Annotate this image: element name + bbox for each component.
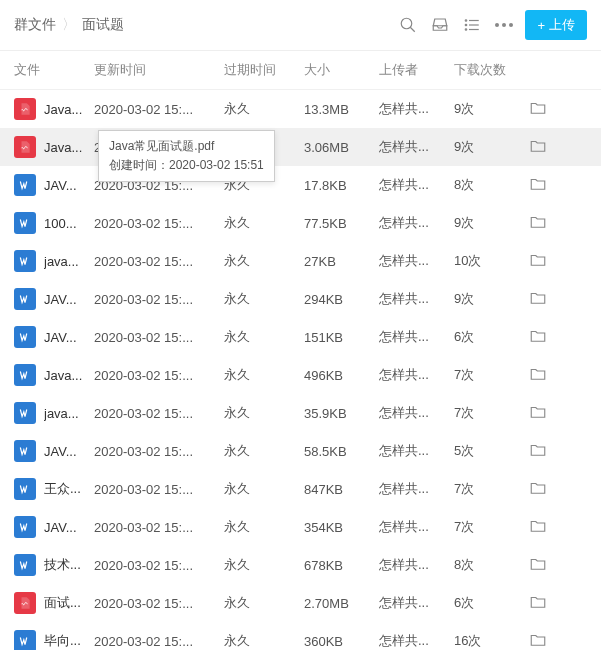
file-name: JAV...	[44, 330, 86, 345]
pdf-icon	[14, 98, 36, 120]
table-row[interactable]: 王众... 2020-03-02 15:... 永久 847KB 怎样共... …	[0, 470, 601, 508]
pdf-icon	[14, 592, 36, 614]
folder-action-icon[interactable]	[529, 555, 559, 576]
folder-action-icon[interactable]	[529, 327, 559, 348]
svg-point-0	[402, 18, 413, 29]
folder-action-icon[interactable]	[529, 631, 559, 651]
table-row[interactable]: 100... 2020-03-02 15:... 永久 77.5KB 怎样共..…	[0, 204, 601, 242]
file-size: 496KB	[304, 368, 379, 383]
word-icon	[14, 212, 36, 234]
word-icon	[14, 402, 36, 424]
table-row[interactable]: JAV... 2020-03-02 15:... 永久 58.5KB 怎样共..…	[0, 432, 601, 470]
col-downloads[interactable]: 下载次数	[454, 61, 529, 79]
inbox-icon[interactable]	[431, 16, 449, 34]
file-size: 151KB	[304, 330, 379, 345]
breadcrumb-root[interactable]: 群文件	[14, 16, 56, 34]
expire-time: 永久	[224, 480, 304, 498]
table-row[interactable]: JAV... 2020-03-02 15:... 永久 151KB 怎样共...…	[0, 318, 601, 356]
file-list[interactable]: Java... 2020-03-02 15:... 永久 13.3MB 怎样共.…	[0, 90, 601, 650]
downloads: 8次	[454, 556, 529, 574]
file-name: 面试...	[44, 594, 86, 612]
updated-time: 2020-03-02 15:...	[94, 292, 224, 307]
downloads: 16次	[454, 632, 529, 650]
file-size: 77.5KB	[304, 216, 379, 231]
word-icon	[14, 478, 36, 500]
search-icon[interactable]	[399, 16, 417, 34]
folder-action-icon[interactable]	[529, 593, 559, 614]
table-row[interactable]: java... 2020-03-02 15:... 永久 27KB 怎样共...…	[0, 242, 601, 280]
file-size: 58.5KB	[304, 444, 379, 459]
folder-action-icon[interactable]	[529, 137, 559, 158]
col-file[interactable]: 文件	[14, 61, 94, 79]
file-name: JAV...	[44, 520, 86, 535]
folder-action-icon[interactable]	[529, 213, 559, 234]
file-size: 35.9KB	[304, 406, 379, 421]
upload-button[interactable]: + 上传	[525, 10, 587, 40]
tooltip-title: Java常见面试题.pdf	[109, 137, 264, 156]
file-size: 3.06MB	[304, 140, 379, 155]
breadcrumb-current[interactable]: 面试题	[82, 16, 124, 34]
file-name: JAV...	[44, 292, 86, 307]
file-size: 17.8KB	[304, 178, 379, 193]
word-icon	[14, 326, 36, 348]
table-row[interactable]: 面试... 2020-03-02 15:... 永久 2.70MB 怎样共...…	[0, 584, 601, 622]
file-name: Java...	[44, 140, 86, 155]
expire-time: 永久	[224, 252, 304, 270]
table-row[interactable]: 技术... 2020-03-02 15:... 永久 678KB 怎样共... …	[0, 546, 601, 584]
table-row[interactable]: Java... 2020-03-02 15:... 永久 496KB 怎样共..…	[0, 356, 601, 394]
col-size[interactable]: 大小	[304, 61, 379, 79]
updated-time: 2020-03-02 15:...	[94, 216, 224, 231]
table-row[interactable]: JAV... 2020-03-02 15:... 永久 354KB 怎样共...…	[0, 508, 601, 546]
table-row[interactable]: JAV... 2020-03-02 15:... 永久 294KB 怎样共...…	[0, 280, 601, 318]
uploader: 怎样共...	[379, 594, 454, 612]
expire-time: 永久	[224, 518, 304, 536]
table-row[interactable]: JAV... 2020-03-02 15:... 永久 17.8KB 怎样共..…	[0, 166, 601, 204]
expire-time: 永久	[224, 404, 304, 422]
folder-action-icon[interactable]	[529, 99, 559, 120]
expire-time: 永久	[224, 290, 304, 308]
updated-time: 2020-03-02 15:...	[94, 330, 224, 345]
col-expire[interactable]: 过期时间	[224, 61, 304, 79]
downloads: 7次	[454, 480, 529, 498]
more-icon[interactable]	[495, 23, 513, 27]
breadcrumb-sep-icon: 〉	[62, 16, 76, 34]
file-name: 王众...	[44, 480, 86, 498]
updated-time: 2020-03-02 15:...	[94, 254, 224, 269]
folder-action-icon[interactable]	[529, 365, 559, 386]
table-row[interactable]: java... 2020-03-02 15:... 永久 35.9KB 怎样共.…	[0, 394, 601, 432]
expire-time: 永久	[224, 100, 304, 118]
folder-action-icon[interactable]	[529, 403, 559, 424]
downloads: 5次	[454, 442, 529, 460]
col-uploader[interactable]: 上传者	[379, 61, 454, 79]
file-size: 678KB	[304, 558, 379, 573]
file-size: 847KB	[304, 482, 379, 497]
downloads: 7次	[454, 518, 529, 536]
table-row[interactable]: Java... 2020-03-02 15:... 永久 13.3MB 怎样共.…	[0, 90, 601, 128]
table-row[interactable]: Java... 2020-03-02 15:... 永久 3.06MB 怎样共.…	[0, 128, 601, 166]
uploader: 怎样共...	[379, 556, 454, 574]
folder-action-icon[interactable]	[529, 251, 559, 272]
uploader: 怎样共...	[379, 442, 454, 460]
file-size: 294KB	[304, 292, 379, 307]
folder-action-icon[interactable]	[529, 479, 559, 500]
pdf-icon	[14, 136, 36, 158]
file-name: Java...	[44, 368, 86, 383]
col-updated[interactable]: 更新时间	[94, 61, 224, 79]
file-size: 354KB	[304, 520, 379, 535]
tooltip-created: 创建时间：2020-03-02 15:51	[109, 156, 264, 175]
word-icon	[14, 288, 36, 310]
expire-time: 永久	[224, 632, 304, 650]
header: 群文件 〉 面试题 + 上传	[0, 0, 601, 51]
updated-time: 2020-03-02 15:...	[94, 406, 224, 421]
table-row[interactable]: 毕向... 2020-03-02 15:... 永久 360KB 怎样共... …	[0, 622, 601, 650]
uploader: 怎样共...	[379, 100, 454, 118]
folder-action-icon[interactable]	[529, 517, 559, 538]
expire-time: 永久	[224, 556, 304, 574]
file-name: java...	[44, 406, 86, 421]
list-icon[interactable]	[463, 16, 481, 34]
uploader: 怎样共...	[379, 214, 454, 232]
folder-action-icon[interactable]	[529, 175, 559, 196]
file-name: JAV...	[44, 444, 86, 459]
folder-action-icon[interactable]	[529, 441, 559, 462]
folder-action-icon[interactable]	[529, 289, 559, 310]
